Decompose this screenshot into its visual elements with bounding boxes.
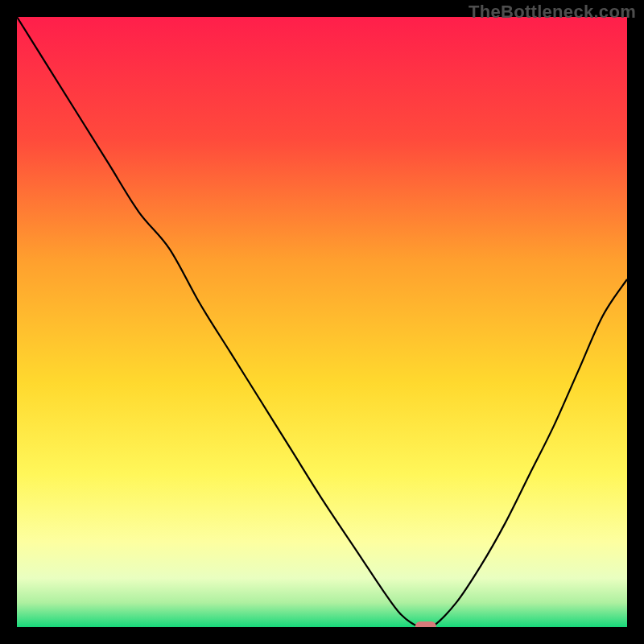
gradient-background <box>17 17 627 627</box>
chart-frame: TheBottleneck.com <box>0 0 644 644</box>
watermark-text: TheBottleneck.com <box>469 2 636 23</box>
plot-area <box>17 17 627 627</box>
optimal-marker <box>415 621 436 627</box>
bottleneck-chart <box>17 17 627 627</box>
